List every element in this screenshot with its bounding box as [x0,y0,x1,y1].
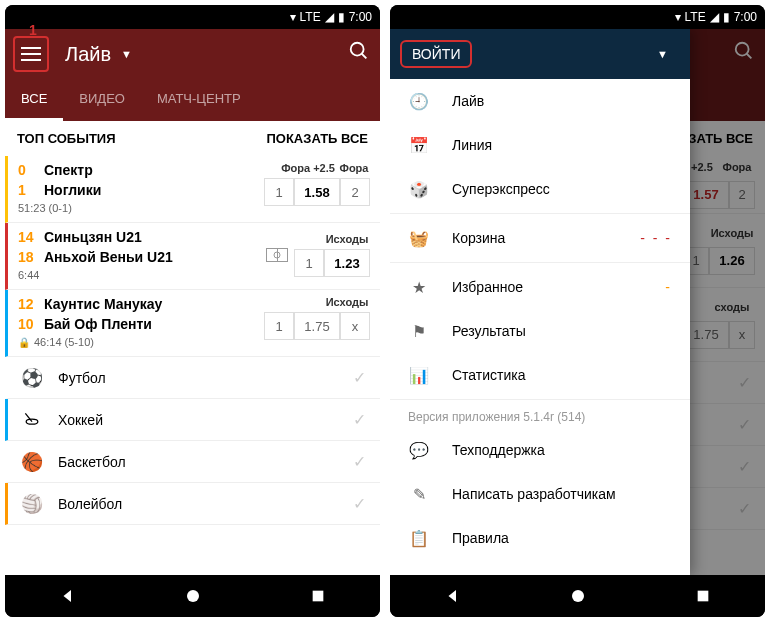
menu-label: Суперэкспресс [452,181,672,197]
menu-superexpress[interactable]: 🎲 Суперэкспресс [390,167,690,211]
score: 0 [18,162,36,178]
nav-home[interactable] [183,586,203,606]
basket-values: - - - [640,230,672,246]
odds-cell[interactable]: 1 [264,178,294,206]
menu-results[interactable]: ⚑ Результаты [390,309,690,353]
battery-icon: ▮ [723,10,730,24]
team-name: Синьцзян U21 [44,229,142,245]
volleyball-icon: 🏐 [22,494,42,514]
nav-back[interactable] [58,586,78,606]
battery-icon: ▮ [338,10,345,24]
odds-cell[interactable]: 1.23 [324,249,370,277]
sport-label: Хоккей [58,412,353,428]
signal-icon: ◢ [325,10,334,24]
tab-all[interactable]: ВСЕ [5,79,63,121]
match-time: 51:23 (0-1) [18,202,264,214]
check-icon: ✓ [353,410,366,429]
chat-icon: 💬 [408,441,430,460]
menu-label: Результаты [452,323,672,339]
signal-icon: ◢ [710,10,719,24]
nav-recent[interactable] [308,586,328,606]
match-time: 6:44 [18,269,266,281]
team-name: Спектр [44,162,93,178]
sport-label: Баскетбол [58,454,353,470]
odds-cell[interactable]: 2 [340,178,370,206]
menu-label: Написать разработчикам [452,486,672,502]
phone-left: ▾ LTE ◢ ▮ 7:00 1 Лайв ▼ ВСЕ ВИДЕО МАТЧ-Ц… [5,5,380,617]
clipboard-icon: 📋 [408,529,430,548]
odds-cell[interactable]: x [340,312,370,340]
svg-rect-5 [312,591,323,602]
dropdown-icon[interactable]: ▼ [645,48,680,60]
score: 12 [18,296,36,312]
lock-icon: 🔒 [18,337,30,348]
odds-cell[interactable]: 1 [264,312,294,340]
calendar-icon: 📅 [408,136,430,155]
menu-rules[interactable]: 📋 Правила [390,516,690,560]
sport-label: Волейбол [58,496,353,512]
tab-video[interactable]: ВИДЕО [63,79,141,121]
sport-volleyball[interactable]: 🏐 Волейбол ✓ [5,483,380,525]
odds-cell[interactable]: 1.58 [294,178,340,206]
menu-live[interactable]: 🕘 Лайв [390,79,690,123]
star-icon: ★ [408,278,430,297]
sport-label: Футбол [58,370,353,386]
wifi-icon: ▾ [290,10,296,24]
clock: 7:00 [734,10,757,24]
nav-home[interactable] [568,586,588,606]
menu-label: Избранное [452,279,665,295]
content: ТОП СОБЫТИЯ ПОКАЗАТЬ ВСЕ 0Спектр 1Ноглик… [5,121,380,575]
nav-back[interactable] [443,586,463,606]
chart-icon: 📊 [408,366,430,385]
menu-label: Техподдержка [452,442,672,458]
score: 14 [18,229,36,245]
app-version: Версия приложения 5.1.4r (514) [390,402,690,428]
match-row-1[interactable]: 0Спектр 1Ноглики 51:23 (0-1) Фора +2.5 Ф… [5,156,380,223]
section-header: ТОП СОБЫТИЯ ПОКАЗАТЬ ВСЕ [5,121,380,156]
menu-favorites[interactable]: ★ Избранное - [390,265,690,309]
fav-values: - [665,279,672,295]
search-icon[interactable] [348,40,370,68]
nav-bar [390,575,765,617]
tabs: ВСЕ ВИДЕО МАТЧ-ЦЕНТР [5,79,380,121]
sport-basketball[interactable]: 🏀 Баскетбол ✓ [5,441,380,483]
svg-point-8 [572,590,584,602]
drawer: ВОЙТИ ▼ 🕘 Лайв 📅 Линия 🎲 Суперэкспресс 🧺… [390,29,690,575]
top-events-label: ТОП СОБЫТИЯ [17,131,116,146]
match-row-2[interactable]: 14Синьцзян U21 18Аньхой Веньи U21 6:44 И… [5,223,380,290]
clock-icon: 🕘 [408,92,430,111]
menu-label: Правила [452,530,672,546]
login-button[interactable]: ВОЙТИ [400,40,472,68]
drawer-header: ВОЙТИ ▼ [390,29,690,79]
svg-point-4 [187,590,199,602]
page-title[interactable]: Лайв [65,43,111,66]
svg-point-0 [351,43,364,56]
football-icon: ⚽ [22,368,42,388]
odds-header: Исходы [324,296,370,308]
match-row-3[interactable]: 12Каунтис Манукау 10Бай Оф Пленти 🔒46:14… [5,290,380,357]
menu-line[interactable]: 📅 Линия [390,123,690,167]
nav-recent[interactable] [693,586,713,606]
menu-button[interactable]: 1 [15,38,47,70]
odds-header: Фора [338,162,370,174]
team-name: Ноглики [44,182,101,198]
tab-matchcenter[interactable]: МАТЧ-ЦЕНТР [141,79,257,121]
odds-cell[interactable]: 1.75 [294,312,340,340]
menu-write[interactable]: ✎ Написать разработчикам [390,472,690,516]
menu-support[interactable]: 💬 Техподдержка [390,428,690,472]
check-icon: ✓ [353,368,366,387]
score: 10 [18,316,36,332]
dropdown-icon[interactable]: ▼ [121,48,132,60]
sport-football[interactable]: ⚽ Футбол ✓ [5,357,380,399]
svg-line-1 [362,54,367,59]
status-bar: ▾ LTE ◢ ▮ 7:00 [390,5,765,29]
odds-header: Исходы [324,233,370,245]
score: 18 [18,249,36,265]
menu-basket[interactable]: 🧺 Корзина - - - [390,216,690,260]
sport-hockey[interactable]: Хоккей ✓ [5,399,380,441]
field-icon[interactable] [266,248,288,262]
menu-stats[interactable]: 📊 Статистика [390,353,690,397]
show-all-button[interactable]: ПОКАЗАТЬ ВСЕ [266,131,368,146]
app-header: 1 Лайв ▼ [5,29,380,79]
odds-cell[interactable]: 1 [294,249,324,277]
